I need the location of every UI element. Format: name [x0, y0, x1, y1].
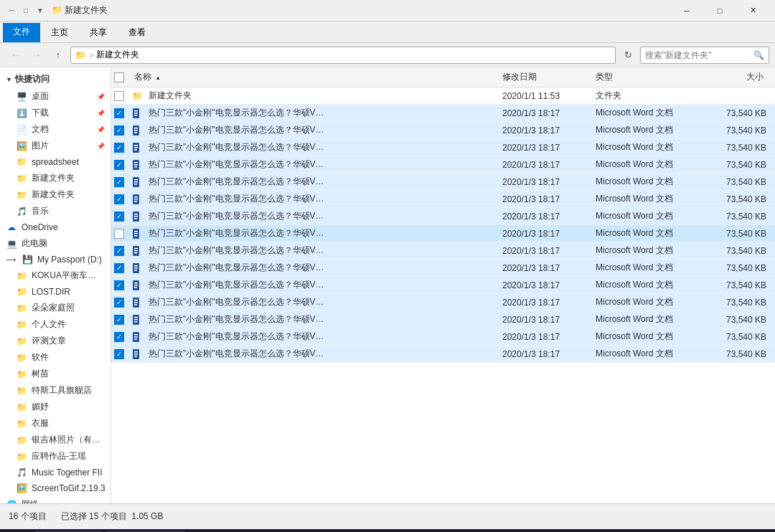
sidebar-item-kokua[interactable]: 📁 KOKUA平衡车相关…: [0, 267, 111, 284]
minimize-button[interactable]: ─: [670, 0, 703, 22]
sidebar-item-seedling[interactable]: 📁 树苗: [0, 366, 111, 382]
sidebar-item-thispc[interactable]: 💻 此电脑: [0, 235, 111, 252]
sidebar-item-clothes[interactable]: 📁 衣服: [0, 415, 111, 432]
table-row[interactable]: ✓热门三款"小金刚"电竞显示器怎么选？华硕V…2020/1/3 18:17Mic…: [111, 346, 775, 363]
svg-rect-42: [134, 285, 138, 286]
row-checkbox[interactable]: ✓: [114, 143, 124, 153]
select-all-checkbox[interactable]: [114, 72, 124, 82]
row-checkbox[interactable]: ✓: [114, 108, 124, 118]
sidebar-item-music2[interactable]: 🎵 Music Together FII: [0, 465, 111, 480]
row-checkbox[interactable]: ✓: [114, 263, 124, 273]
file-name-text: 热门三款"小金刚"电竞显示器怎么选？华硕V…: [149, 348, 499, 360]
sidebar-item-software[interactable]: 📁 软件: [0, 349, 111, 366]
row-checkbox[interactable]: [114, 229, 124, 239]
file-size-text: 73,540 KB: [708, 143, 772, 153]
sidebar-item-documents[interactable]: 📄 文档 📌: [0, 121, 111, 138]
tab-file[interactable]: 文件: [3, 23, 40, 42]
col-header-date[interactable]: 修改日期: [499, 72, 540, 82]
back-button[interactable]: ←: [6, 47, 24, 64]
sidebar-item-pictures[interactable]: 🖼️ 图片 📌: [0, 138, 111, 154]
file-size-text: 73,540 KB: [708, 177, 772, 187]
search-box[interactable]: 🔍: [640, 47, 769, 64]
row-checkbox[interactable]: ✓: [114, 177, 124, 187]
file-date-text: 2020/1/3 18:17: [499, 315, 593, 325]
sidebar-item-desktop[interactable]: 🖥️ 桌面 📌: [0, 88, 111, 105]
col-header-name[interactable]: 名称 ▲: [131, 71, 164, 83]
close-button[interactable]: ✕: [736, 0, 769, 22]
tab-share[interactable]: 共享: [79, 23, 118, 42]
quick-access-header[interactable]: ▼ 快捷访问: [0, 70, 111, 88]
sidebar-item-lostdir[interactable]: 📁 LOST.DIR: [0, 284, 111, 300]
header-size[interactable]: 大小: [708, 71, 772, 83]
row-check-cell: [114, 229, 131, 239]
row-checkbox[interactable]: ✓: [114, 298, 124, 308]
row-checkbox[interactable]: ✓: [114, 212, 124, 222]
forward-button[interactable]: →: [27, 47, 46, 64]
table-row[interactable]: ✓热门三款"小金刚"电竞显示器怎么选？华硕V…2020/1/3 18:17Mic…: [111, 174, 775, 191]
sidebar-item-meiyu[interactable]: 📁 媚妤: [0, 399, 111, 415]
table-row[interactable]: ✓热门三款"小金刚"电竞显示器怎么选？华硕V…2020/1/3 18:17Mic…: [111, 277, 775, 294]
sidebar-item-screentogif[interactable]: 🖼️ ScreenToGif.2.19.3: [0, 480, 111, 496]
svg-rect-6: [134, 130, 138, 131]
row-checkbox[interactable]: ✓: [114, 194, 124, 204]
sidebar-item-newfolder2[interactable]: 📁 新建文件夹: [0, 186, 111, 203]
sidebar-item-yinjilm[interactable]: 📁 银吉林照片（有米…: [0, 432, 111, 448]
row-checkbox[interactable]: ✓: [114, 349, 124, 359]
row-checkbox[interactable]: ✓: [114, 280, 124, 290]
tab-view[interactable]: 查看: [118, 23, 156, 42]
row-checkbox[interactable]: ✓: [114, 160, 124, 170]
network-icon: 🌐: [6, 499, 17, 504]
table-row[interactable]: ✓热门三款"小金刚"电竞显示器怎么选？华硕V…2020/1/3 18:17Mic…: [111, 242, 775, 260]
table-row[interactable]: ✓热门三款"小金刚"电竞显示器怎么选？华硕V…2020/1/3 18:17Mic…: [111, 105, 775, 122]
sidebar-item-portfolio[interactable]: 📁 应聘作品-王瑶: [0, 448, 111, 465]
search-icon[interactable]: 🔍: [753, 50, 764, 60]
tab-home[interactable]: 主页: [40, 23, 79, 42]
table-row[interactable]: ✓热门三款"小金刚"电竞显示器怎么选？华硕V…2020/1/3 18:17Mic…: [111, 260, 775, 277]
svg-rect-38: [134, 267, 138, 269]
table-row[interactable]: ✓热门三款"小金刚"电竞显示器怎么选？华硕V…2020/1/3 18:17Mic…: [111, 294, 775, 311]
col-header-size[interactable]: 大小: [743, 72, 766, 82]
maximize-button[interactable]: □: [703, 0, 736, 22]
table-row[interactable]: ✓热门三款"小金刚"电竞显示器怎么选？华硕V…2020/1/3 18:17Mic…: [111, 311, 775, 328]
row-checkbox[interactable]: [114, 91, 124, 101]
row-checkbox[interactable]: ✓: [114, 125, 124, 136]
header-type[interactable]: 类型: [593, 71, 708, 83]
sidebar-item-reviews[interactable]: 📁 评测文章: [0, 333, 111, 349]
header-date[interactable]: 修改日期: [499, 71, 593, 83]
sidebar-item-network[interactable]: 🌐 网络: [0, 496, 111, 503]
quick-access-label: 快捷访问: [15, 73, 50, 85]
col-header-type[interactable]: 类型: [593, 72, 616, 82]
table-row[interactable]: ✓热门三款"小金刚"电竞显示器怎么选？华硕V…2020/1/3 18:17Mic…: [111, 328, 775, 346]
table-row[interactable]: 热门三款"小金刚"电竞显示器怎么选？华硕V…2020/1/3 18:17Micr…: [111, 225, 775, 242]
sidebar-item-music[interactable]: 🎵 音乐: [0, 203, 111, 219]
search-input[interactable]: [645, 50, 753, 60]
ribbon-tabs[interactable]: 文件 主页 共享 查看: [0, 22, 775, 42]
up-button[interactable]: ↑: [49, 47, 67, 64]
table-row[interactable]: ✓热门三款"小金刚"电竞显示器怎么选？华硕V…2020/1/3 18:17Mic…: [111, 156, 775, 174]
sidebar-item-onedrive[interactable]: ☁ OneDrive: [0, 219, 111, 235]
header-name[interactable]: 名称 ▲: [131, 71, 499, 83]
sidebar-item-mypassport[interactable]: ⟶ 💾 My Passport (D:): [0, 252, 111, 267]
address-path[interactable]: 📁 > 新建文件夹: [70, 47, 616, 64]
window-controls[interactable]: ─ □ ✕: [670, 0, 769, 22]
sidebar-item-downloads[interactable]: ⬇️ 下载 📌: [0, 105, 111, 121]
sidebar-item-personal[interactable]: 📁 个人文件: [0, 316, 111, 333]
file-date-text: 2020/1/3 18:17: [499, 229, 593, 239]
sidebar-item-photos[interactable]: 📁 朵朵家庭照: [0, 300, 111, 316]
sidebar-item-newfolder1[interactable]: 📁 新建文件夹: [0, 170, 111, 186]
row-checkbox[interactable]: ✓: [114, 315, 124, 325]
file-type-text: Microsoft Word 文档: [593, 331, 708, 343]
sidebar-item-spreadsheet[interactable]: 📁 spreadsheet: [0, 154, 111, 170]
refresh-button[interactable]: ↻: [619, 47, 637, 64]
sidebar-item-store[interactable]: 📁 特斯工具旗舰店: [0, 382, 111, 399]
table-row[interactable]: 📁新建文件夹2020/1/1 11:53文件夹: [111, 87, 775, 105]
row-checkbox[interactable]: ✓: [114, 332, 124, 342]
table-row[interactable]: ✓热门三款"小金刚"电竞显示器怎么选？华硕V…2020/1/3 18:17Mic…: [111, 208, 775, 225]
table-row[interactable]: ✓热门三款"小金刚"电竞显示器怎么选？华硕V…2020/1/3 18:17Mic…: [111, 139, 775, 156]
svg-rect-3: [134, 115, 137, 116]
table-row[interactable]: ✓热门三款"小金刚"电竞显示器怎么选？华硕V…2020/1/3 18:17Mic…: [111, 122, 775, 139]
table-row[interactable]: ✓热门三款"小金刚"电竞显示器怎么选？华硕V…2020/1/3 18:17Mic…: [111, 191, 775, 208]
file-name-text: 热门三款"小金刚"电竞显示器怎么选？华硕V…: [149, 107, 499, 119]
row-checkbox[interactable]: ✓: [114, 246, 124, 256]
header-check[interactable]: [114, 72, 131, 82]
